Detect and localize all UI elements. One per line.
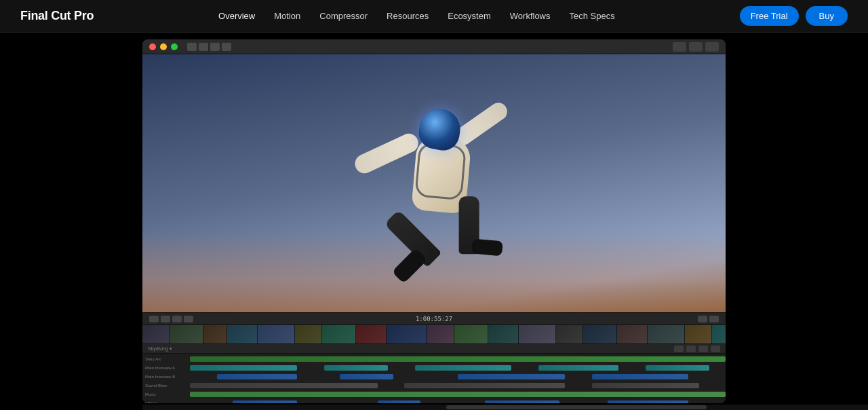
- timeline-ctrl-3[interactable]: [698, 346, 708, 352]
- harness: [414, 143, 467, 201]
- nav-link-tech-specs[interactable]: Tech Specs: [570, 11, 615, 21]
- film-clip-4[interactable]: [227, 325, 258, 343]
- film-clip-18[interactable]: [685, 325, 712, 343]
- film-clip-16[interactable]: [617, 325, 648, 343]
- film-clip-1[interactable]: [142, 325, 170, 343]
- film-clip-17[interactable]: [648, 325, 685, 343]
- timeline-ctrl-1[interactable]: [674, 346, 684, 352]
- film-clip-14[interactable]: [556, 325, 583, 343]
- clip-3-2[interactable]: [340, 374, 393, 379]
- track-row-1: Story Arc: [142, 355, 726, 363]
- nav-link-ecosystem[interactable]: Ecosystem: [448, 11, 491, 21]
- playback-controls: [149, 316, 193, 322]
- toolbar-icon-2[interactable]: [199, 43, 208, 51]
- nav-link-compressor[interactable]: Compressor: [319, 11, 368, 21]
- title-bar: [142, 39, 726, 54]
- zoom-control[interactable]: [698, 316, 707, 322]
- app-logo[interactable]: Final Cut Pro: [20, 9, 94, 23]
- timeline-tracks: Story Arc Main Interview A: [142, 354, 726, 403]
- arm-left: [352, 130, 421, 176]
- view-toggle-1[interactable]: [673, 42, 686, 52]
- filmstrip-area[interactable]: [142, 324, 726, 343]
- clip-6-2[interactable]: [378, 400, 420, 403]
- toolbar-icon-1[interactable]: [187, 43, 197, 51]
- nav-link-overview[interactable]: Overview: [218, 11, 255, 21]
- view-toggle-2[interactable]: [689, 42, 703, 52]
- volume-button[interactable]: [184, 316, 193, 322]
- timeline-ctrl-2[interactable]: [686, 346, 696, 352]
- film-clip-13[interactable]: [519, 325, 556, 343]
- film-clip-5[interactable]: [258, 325, 295, 343]
- view-toggle-3[interactable]: [705, 42, 719, 52]
- minimize-button[interactable]: [160, 43, 167, 50]
- film-clip-12[interactable]: [488, 325, 519, 343]
- toolbar-icon-4[interactable]: [222, 43, 231, 51]
- track-row-4: Sound Bites: [142, 381, 726, 390]
- nav-link-workflows[interactable]: Workflows: [510, 11, 551, 21]
- film-clip-10[interactable]: [427, 325, 454, 343]
- loop-button[interactable]: [172, 316, 182, 322]
- clip-4-2[interactable]: [404, 383, 565, 388]
- buy-button[interactable]: Buy: [806, 6, 848, 26]
- film-clip-6[interactable]: [295, 325, 322, 343]
- shoe-right: [471, 238, 503, 256]
- film-clip-19[interactable]: [712, 325, 726, 343]
- timeline-label-1: Skydiving ▾: [148, 346, 172, 352]
- clip-3-4[interactable]: [592, 374, 688, 379]
- viewer-right-controls: [698, 316, 719, 322]
- track-clips-1[interactable]: [190, 356, 726, 362]
- track-clips-4[interactable]: [190, 382, 726, 389]
- clip-2-1[interactable]: [190, 365, 297, 371]
- clip-2-2[interactable]: [324, 365, 389, 371]
- film-clip-8[interactable]: [356, 325, 387, 343]
- film-clip-9[interactable]: [387, 325, 427, 343]
- track-label-5: Music: [142, 392, 190, 396]
- nav-links: Overview Motion Compressor Resources Eco…: [218, 11, 615, 21]
- clip-4-1[interactable]: [190, 383, 378, 388]
- clip-2-5[interactable]: [646, 365, 710, 371]
- clip-6-1[interactable]: [233, 400, 297, 403]
- film-clip-7[interactable]: [322, 325, 356, 343]
- track-label-6: Effects: [142, 401, 190, 403]
- track-row-6: Effects: [142, 399, 726, 403]
- clip-6-3[interactable]: [485, 400, 560, 403]
- main-content: 1:00:55:27: [0, 0, 868, 410]
- clip-2-3[interactable]: [415, 365, 511, 371]
- timeline-header: Skydiving ▾: [142, 344, 726, 354]
- clip-2-4[interactable]: [538, 365, 619, 371]
- close-button[interactable]: [149, 43, 156, 50]
- track-clips-5[interactable]: [190, 391, 726, 398]
- film-clip-15[interactable]: [583, 325, 617, 343]
- track-clips-6[interactable]: [190, 400, 726, 403]
- fullscreen-toggle[interactable]: [709, 316, 719, 322]
- timeline-ctrl-4[interactable]: [711, 346, 720, 352]
- nav-link-motion[interactable]: Motion: [274, 11, 300, 21]
- track-row-2: Main Interview A: [142, 364, 726, 372]
- clip-6-4[interactable]: [608, 400, 688, 403]
- film-clip-2[interactable]: [170, 325, 203, 343]
- viewer-area: [142, 54, 726, 312]
- track-clips-3[interactable]: [190, 373, 726, 380]
- track-row-5: Music: [142, 390, 726, 398]
- nav-link-resources[interactable]: Resources: [387, 11, 429, 21]
- fullscreen-button[interactable]: [171, 43, 178, 50]
- film-clip-3[interactable]: [203, 325, 227, 343]
- film-clip-11[interactable]: [454, 325, 488, 343]
- track-label-3: Main Interview B: [142, 375, 190, 379]
- skip-button[interactable]: [161, 316, 170, 322]
- clip-4-3[interactable]: [592, 383, 699, 388]
- play-button[interactable]: [149, 316, 159, 322]
- clip-3-3[interactable]: [458, 374, 565, 379]
- track-label-4: Sound Bites: [142, 384, 190, 388]
- viewer-toolbar: 1:00:55:27: [142, 312, 726, 324]
- clip-5-1[interactable]: [190, 392, 726, 397]
- free-trial-button[interactable]: Free Trial: [740, 6, 799, 26]
- clip-3-1[interactable]: [217, 374, 298, 379]
- clip-1-1[interactable]: [190, 356, 726, 362]
- toolbar-icon-3[interactable]: [210, 43, 220, 51]
- track-label-2: Main Interview A: [142, 366, 190, 370]
- track-label-1: Story Arc: [142, 357, 190, 361]
- timeline-editor: Skydiving ▾ Story Arc M: [142, 343, 726, 403]
- track-clips-2[interactable]: [190, 365, 726, 371]
- navigation-bar: Final Cut Pro Overview Motion Compressor…: [0, 0, 868, 33]
